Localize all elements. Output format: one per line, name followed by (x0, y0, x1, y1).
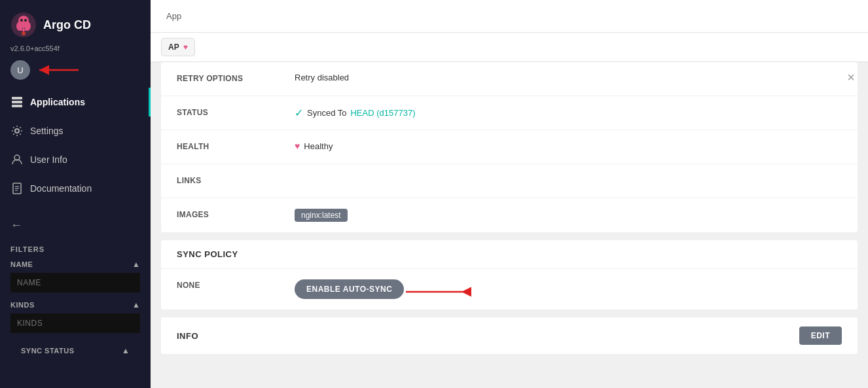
name-filter-input[interactable] (10, 273, 140, 292)
health-row: HEALTH ♥ Healthy (161, 130, 858, 164)
sidebar-item-label-userinfo: User Info (30, 154, 67, 165)
sync-check-icon: ✓ (295, 107, 303, 119)
kinds-filter-label: KINDS (10, 301, 35, 309)
retry-options-key: RETRY OPTIONS (177, 73, 295, 83)
doc-icon (10, 182, 24, 195)
health-display: ♥ Healthy (295, 141, 333, 151)
links-row: LINKS (161, 164, 858, 198)
app-health-icon: ♥ (183, 43, 188, 52)
logo-icon (10, 12, 37, 38)
filters-section: FILTERS NAME ▲ KINDS ▲ SYNC STATUS ▲ (0, 240, 151, 370)
layers-icon (10, 96, 24, 109)
name-filter-group: NAME ▲ (10, 260, 140, 292)
info-card: INFO EDIT (161, 317, 858, 354)
summary-card: RETRY OPTIONS Retry disabled STATUS ✓ Sy… (161, 62, 858, 232)
svg-rect-11 (12, 101, 22, 103)
status-synced: ✓ Synced To HEAD (d157737) (295, 107, 415, 119)
sync-status-section: SYNC STATUS ▲ (10, 341, 140, 364)
sidebar-item-applications[interactable]: Applications (0, 88, 151, 116)
sidebar-item-label-docs: Documentation (30, 183, 92, 194)
health-key: HEALTH (177, 141, 295, 151)
svg-point-7 (22, 31, 26, 35)
health-value: ♥ Healthy (295, 141, 842, 151)
commit-link[interactable]: HEAD (d157737) (350, 108, 415, 118)
sidebar-item-documentation[interactable]: Documentation (0, 174, 151, 203)
sidebar-item-settings[interactable]: Settings (0, 116, 151, 145)
status-key: STATUS (177, 107, 295, 117)
person-icon (10, 153, 24, 166)
sync-policy-header: SYNC POLICY (161, 240, 858, 269)
app-prefix: AP (168, 43, 179, 52)
status-value: ✓ Synced To HEAD (d157737) (295, 107, 842, 119)
svg-rect-12 (12, 105, 22, 107)
retry-options-row: RETRY OPTIONS Retry disabled (161, 62, 858, 96)
edit-button[interactable]: EDIT (799, 326, 842, 345)
images-row: IMAGES nginx:latest (161, 198, 858, 232)
avatar[interactable]: U (10, 60, 30, 80)
app-title: Argo CD (43, 18, 91, 32)
none-key: NONE (177, 279, 295, 290)
logo-area: Argo CD (0, 0, 151, 44)
enable-autosync-button[interactable]: ENABLE AUTO-SYNC (295, 279, 404, 299)
arrow-annotation-2 (399, 282, 478, 302)
kinds-filter-input[interactable] (10, 313, 140, 333)
app-card-mini[interactable]: AP ♥ (161, 38, 195, 56)
tab-app[interactable]: App (161, 0, 187, 32)
sync-policy-row: NONE ENABLE AUTO-SYNC (161, 269, 858, 309)
top-bar: App (151, 0, 868, 33)
sidebar-item-label-settings: Settings (30, 126, 63, 136)
detail-panel: RETRY OPTIONS Retry disabled STATUS ✓ Sy… (151, 62, 868, 388)
sync-policy-card: SYNC POLICY NONE ENABLE AUTO-SYNC (161, 240, 858, 309)
sync-text: Synced To (307, 108, 346, 118)
svg-point-2 (16, 22, 23, 31)
svg-point-5 (24, 19, 27, 22)
sync-policy-value: ENABLE AUTO-SYNC (295, 279, 842, 299)
status-row: STATUS ✓ Synced To HEAD (d157737) (161, 96, 858, 130)
svg-rect-10 (12, 97, 22, 99)
images-value: nginx:latest (295, 209, 842, 222)
sync-status-arrow: ▲ (122, 346, 130, 355)
svg-point-13 (15, 129, 19, 133)
main-area: App AP ♥ × RETRY OPTIONS Retry disabled … (151, 0, 868, 388)
kinds-filter-arrow: ▲ (132, 300, 140, 309)
svg-point-3 (24, 22, 31, 31)
images-key: IMAGES (177, 209, 295, 219)
svg-point-4 (20, 19, 23, 22)
close-button[interactable]: × (847, 70, 855, 85)
detail-wrapper: × RETRY OPTIONS Retry disabled STATUS ✓ … (151, 62, 868, 388)
sidebar-item-user-info[interactable]: User Info (0, 145, 151, 174)
sidebar-item-label-applications: Applications (30, 97, 85, 107)
name-filter-label: NAME (10, 260, 33, 268)
filters-title: FILTERS (10, 245, 140, 253)
name-filter-arrow: ▲ (132, 260, 140, 269)
heart-icon: ♥ (295, 141, 300, 151)
gear-icon (10, 124, 24, 137)
back-button[interactable]: ← (0, 211, 151, 240)
kinds-filter-group: KINDS ▲ (10, 300, 140, 333)
app-strip: AP ♥ (151, 33, 868, 62)
arrow-annotation-1 (33, 57, 85, 83)
links-key: LINKS (177, 175, 295, 185)
sync-status-label: SYNC STATUS (21, 347, 75, 355)
health-text: Healthy (304, 141, 333, 151)
retry-options-value: Retry disabled (295, 73, 842, 82)
image-badge: nginx:latest (295, 209, 348, 222)
sidebar: Argo CD v2.6.0+acc554f U Application (0, 0, 151, 388)
info-card-header: INFO EDIT (161, 317, 858, 354)
info-header: INFO (177, 331, 198, 341)
sidebar-nav: Applications Settings User Info (0, 85, 151, 205)
